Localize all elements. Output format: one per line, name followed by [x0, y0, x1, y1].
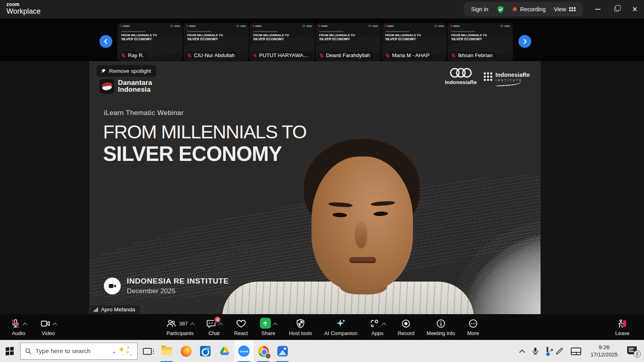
- task-view-button[interactable]: [138, 340, 157, 362]
- camera-icon: [40, 319, 50, 329]
- indonesiare-mini-logo: [500, 25, 510, 27]
- participants-icon: [166, 319, 176, 329]
- participant-name-label: CIU-Nur Abdullah: [185, 51, 237, 59]
- indonesiare-mini-logo: [302, 25, 312, 27]
- close-icon: ✕: [632, 6, 638, 13]
- taskbar-app-google-drive[interactable]: [215, 340, 234, 362]
- record-icon: [401, 319, 411, 329]
- zoom-app-icon: zoom: [238, 346, 250, 357]
- minimize-button[interactable]: [588, 0, 607, 19]
- tray-touchpad-icon[interactable]: [571, 348, 581, 355]
- participant-name-label: Ikhsan Febrian: [449, 51, 495, 59]
- zoom-workplace-logo: zoom Workplace: [6, 2, 41, 15]
- taskbar-app-file-explorer[interactable]: [157, 340, 176, 362]
- muted-mic-icon: [121, 53, 126, 58]
- tray-mic-icon[interactable]: [531, 347, 540, 356]
- record-button[interactable]: Record: [392, 318, 421, 336]
- more-button[interactable]: More: [461, 318, 485, 336]
- muted-mic-icon: [10, 319, 21, 329]
- danantara-mini-logo: [450, 25, 460, 27]
- taskbar-app-outlook[interactable]: [196, 340, 215, 362]
- muted-mic-icon: [319, 53, 324, 58]
- action-center-button[interactable]: 6: [627, 346, 639, 356]
- video-thumbnails: FROM MILLENNIALS TOSILVER ECONOMY Ray R.…: [118, 23, 513, 61]
- participants-chevron[interactable]: [190, 323, 194, 327]
- windows-taskbar: ✦ ✦ ✦ ● ● zoom: [0, 340, 644, 362]
- filmstrip-prev-button[interactable]: [99, 35, 112, 48]
- google-drive-icon: [219, 346, 230, 356]
- photos-icon: [277, 346, 288, 356]
- participant-tile[interactable]: FROM MILLENNIALS TOSILVER ECONOMY Ray R.: [118, 23, 183, 61]
- clock-time: 9:26: [588, 344, 620, 351]
- participant-tile[interactable]: FROM MILLENNIALS TOSILVER ECONOMY PUTUT …: [250, 23, 315, 61]
- search-input[interactable]: [35, 348, 109, 355]
- clock-date: 17/12/2025: [588, 351, 620, 358]
- title-bar: zoom Workplace Sign in Recording View ✕: [0, 0, 644, 19]
- notification-dot: [546, 352, 550, 356]
- share-screen-icon: [260, 318, 271, 329]
- video-options-chevron[interactable]: [52, 323, 57, 327]
- meeting-info-button[interactable]: Meeting info: [421, 318, 461, 336]
- participant-name-label: Maria M - AHAP: [383, 51, 432, 59]
- recording-dot-icon: [513, 7, 517, 11]
- taskbar-app-zoom[interactable]: zoom: [234, 340, 254, 362]
- sign-in-button[interactable]: Sign in: [471, 6, 488, 12]
- indonesiare-mini-logo: [236, 25, 246, 27]
- host-tools-button[interactable]: Host tools: [283, 318, 318, 336]
- muted-mic-icon: [253, 53, 257, 58]
- start-button[interactable]: [0, 340, 19, 362]
- view-button[interactable]: View: [554, 6, 576, 12]
- video-button[interactable]: Video: [40, 318, 56, 336]
- host-tools-shield-icon: [295, 319, 305, 329]
- filmstrip-next-button[interactable]: [518, 35, 531, 48]
- close-button[interactable]: ✕: [625, 0, 644, 19]
- chat-button[interactable]: 4 Chat: [200, 318, 228, 336]
- windows-logo-icon: [6, 347, 14, 356]
- chat-chevron[interactable]: [218, 323, 223, 327]
- taskbar-search[interactable]: ✦ ✦ ✦ ● ●: [20, 343, 138, 360]
- taskbar-app-chrome[interactable]: [254, 340, 273, 362]
- ai-sparkle-icon: [336, 318, 346, 329]
- restore-button[interactable]: [607, 0, 625, 19]
- recording-label: Recording: [520, 6, 546, 12]
- chrome-profile-avatar: [265, 353, 271, 359]
- indonesiare-mini-logo: [434, 25, 444, 27]
- restore-icon: [614, 7, 619, 12]
- danantara-mini-logo: [318, 25, 328, 27]
- logo-workplace-text: Workplace: [6, 8, 41, 15]
- security-shield-icon[interactable]: [496, 5, 505, 14]
- copilot-sparkles-icon: ✦ ✦ ✦ ● ●: [112, 345, 133, 357]
- leave-door-icon: [617, 318, 627, 329]
- apps-chevron[interactable]: [382, 323, 386, 327]
- leave-button[interactable]: Leave: [615, 318, 630, 336]
- react-button[interactable]: React: [228, 318, 254, 336]
- ai-companion-button[interactable]: AI Companion: [318, 318, 363, 336]
- participant-tile[interactable]: FROM MILLENNIALS TOSILVER ECONOMY Deanti…: [316, 23, 381, 61]
- participant-tile[interactable]: FROM MILLENNIALS TOSILVER ECONOMY CIU-Nu…: [184, 23, 249, 61]
- danantara-mini-logo: [120, 25, 130, 27]
- tray-pen-icon[interactable]: [555, 347, 564, 356]
- apps-button[interactable]: Apps: [363, 318, 392, 336]
- audio-options-chevron[interactable]: [23, 323, 27, 327]
- share-chevron[interactable]: [273, 323, 277, 327]
- participant-filmstrip: FROM MILLENNIALS TOSILVER ECONOMY Ray R.…: [0, 19, 644, 61]
- spotlight-video: Remove spotlight Danantara Indonesia Ind…: [89, 61, 541, 314]
- share-button[interactable]: Share: [254, 318, 283, 336]
- info-icon: [436, 319, 446, 329]
- tray-display-button[interactable]: [547, 348, 548, 355]
- participant-tile[interactable]: FROM MILLENNIALS TOSILVER ECONOMY Maria …: [382, 23, 447, 61]
- taskbar-app-firefox[interactable]: [176, 340, 196, 362]
- task-view-icon: [143, 348, 152, 355]
- audio-button[interactable]: Audio: [10, 318, 27, 336]
- taskbar-app-photos[interactable]: [273, 340, 292, 362]
- participant-name-label: Ray R.: [119, 51, 147, 59]
- participants-button[interactable]: 387 Participants: [160, 318, 200, 336]
- danantara-mini-logo: [252, 25, 262, 27]
- chat-unread-badge: 4: [214, 316, 221, 323]
- meeting-toolbar: Audio Video 387 Participants: [0, 314, 644, 340]
- heart-react-icon: [236, 318, 246, 329]
- taskbar-clock[interactable]: 9:26 17/12/2025: [588, 344, 620, 358]
- participant-tile[interactable]: FROM MILLENNIALS TOSILVER ECONOMY Ikhsan…: [448, 23, 513, 61]
- hidden-icons-chevron[interactable]: [519, 350, 525, 355]
- speaker-video-person: [89, 61, 541, 314]
